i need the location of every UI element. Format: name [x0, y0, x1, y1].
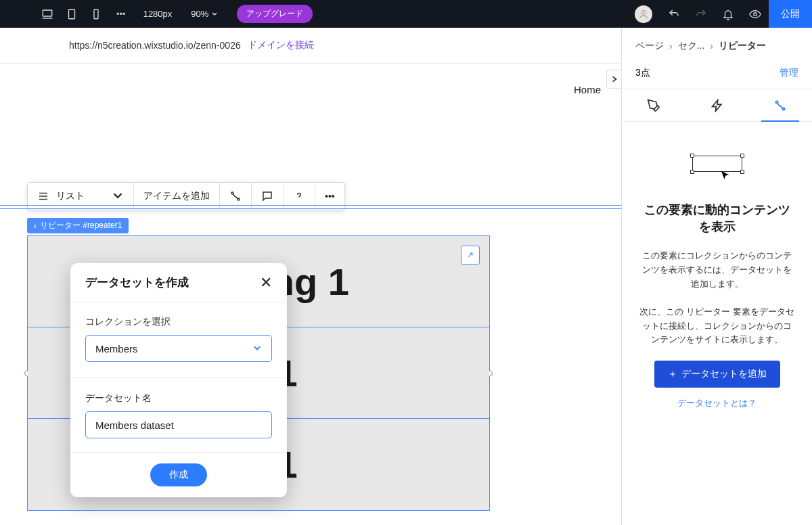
create-dataset-modal: データセットを作成 ✕ コレクションを選択 Members データセット名 作成	[70, 263, 287, 497]
close-icon[interactable]: ✕	[260, 274, 272, 292]
panel-breadcrumb: ページ› セク...› リピーター	[622, 28, 812, 60]
svg-rect-2	[69, 9, 75, 19]
device-tablet-icon[interactable]	[60, 0, 84, 28]
manage-link[interactable]: 管理	[780, 67, 798, 79]
tab-data-icon[interactable]	[748, 89, 812, 121]
tab-interactions-icon[interactable]	[685, 89, 749, 121]
panel-text-1: この要素にコレクションからのコンテンツを表示するには、データセットを追加します。	[639, 249, 794, 291]
site-url: https://n5creation.wixstudio.io/zenn-002…	[69, 40, 241, 51]
expand-icon[interactable]	[461, 246, 480, 265]
publish-button[interactable]: 公開	[769, 0, 812, 28]
crumb-repeater[interactable]: リピーター	[719, 40, 766, 52]
tab-design-icon[interactable]	[622, 89, 685, 121]
svg-point-4	[641, 10, 645, 14]
add-dataset-button[interactable]: ＋データセットを追加	[654, 361, 780, 388]
upgrade-button[interactable]: アップグレード	[237, 5, 313, 23]
connect-domain-link[interactable]: ドメインを接続	[248, 39, 314, 51]
item-count: 3点	[635, 67, 650, 79]
svg-rect-0	[43, 10, 52, 16]
collapse-panel-button[interactable]	[606, 70, 621, 89]
modal-title: データセットを作成	[85, 275, 189, 290]
dataset-name-input[interactable]	[85, 411, 272, 438]
collection-select[interactable]: Members	[85, 335, 272, 362]
ruler-guide	[0, 205, 621, 209]
panel-text-2: 次に、この リピーター 要素をデータセットに接続し、コレクションからのコンテンツ…	[639, 305, 794, 347]
canvas: https://n5creation.wixstudio.io/zenn-002…	[0, 28, 621, 525]
what-is-dataset-link[interactable]: データセットとは？	[639, 397, 794, 409]
svg-point-9	[231, 192, 233, 194]
crumb-section[interactable]: セク...	[678, 40, 705, 52]
panel-tabs	[622, 89, 812, 122]
preview-icon[interactable]	[742, 0, 769, 28]
inspector-panel: ページ› セク...› リピーター 3点 管理 この要素に動的コンテンツを表示 …	[621, 28, 812, 525]
svg-rect-3	[94, 9, 98, 19]
top-bar: ••• 1280px 90% アップグレード 公開	[0, 0, 812, 28]
svg-point-5	[754, 12, 757, 16]
empty-state-illustration	[687, 149, 748, 183]
dataset-name-label: データセット名	[85, 392, 272, 405]
url-bar: https://n5creation.wixstudio.io/zenn-002…	[0, 28, 621, 64]
undo-icon[interactable]	[660, 0, 687, 28]
zoom-level[interactable]: 90%	[181, 9, 227, 19]
avatar[interactable]	[635, 5, 652, 23]
canvas-width[interactable]: 1280px	[134, 9, 182, 19]
panel-heading: この要素に動的コンテンツを表示	[639, 202, 794, 235]
create-button[interactable]: 作成	[150, 463, 207, 486]
device-desktop-icon[interactable]	[35, 0, 60, 28]
collection-label: コレクションを選択	[85, 316, 272, 328]
more-devices-icon[interactable]: •••	[108, 9, 134, 19]
svg-point-11	[776, 101, 778, 103]
crumb-page[interactable]: ページ	[635, 40, 664, 52]
device-mobile-icon[interactable]	[84, 0, 108, 28]
bell-icon[interactable]	[715, 0, 742, 28]
redo-icon	[687, 0, 715, 28]
element-breadcrumb-tag[interactable]: ‹リピーター #repeater1	[27, 218, 129, 233]
nav-home[interactable]: Home	[574, 84, 601, 95]
